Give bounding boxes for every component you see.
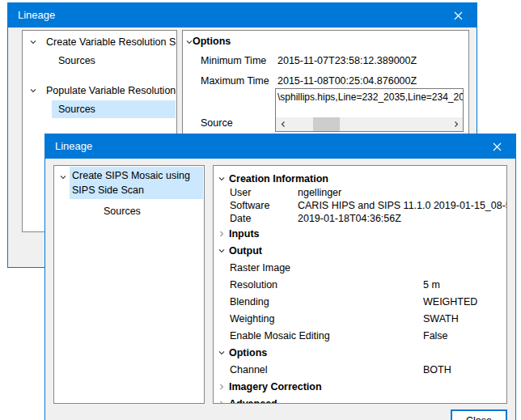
property-label: Blending — [214, 296, 269, 308]
property-value: ngellinger — [298, 187, 341, 198]
section-header-output[interactable]: Output — [214, 242, 506, 259]
property-label-source: Source — [201, 117, 233, 129]
section-header-imagery-correction[interactable]: Imagery Correction — [214, 378, 506, 395]
property-value: BOTH — [423, 364, 451, 375]
window-title: Lineage — [55, 140, 92, 152]
property-label: Resolution — [214, 279, 277, 291]
chevron-down-icon[interactable] — [218, 349, 226, 357]
chevron-down-icon[interactable] — [218, 247, 226, 255]
chevron-left-icon — [280, 121, 286, 128]
section-header-label: Options — [229, 347, 267, 358]
property-label: User — [214, 187, 251, 198]
window-title: Lineage — [18, 9, 55, 21]
property-row: Weighting SWATH — [214, 310, 506, 327]
property-row: Date 2019-01-18T04:36:56Z — [214, 212, 506, 225]
property-value: SWATH — [423, 313, 459, 325]
tree-item-label: Create SIPS Mosaic using SIPS Side Scan — [70, 167, 203, 199]
chevron-down-icon[interactable] — [218, 175, 226, 183]
desktop: Lineage Create Variable Resolution S... … — [0, 0, 521, 420]
chevron-right-icon[interactable] — [218, 400, 226, 405]
section-header-inputs[interactable]: Inputs — [214, 225, 506, 242]
property-value: False — [423, 330, 448, 342]
section-header-label: Imagery Correction — [229, 381, 322, 392]
property-value: 5 m — [423, 279, 440, 291]
chevron-right-icon[interactable] — [218, 383, 226, 391]
property-row: Software CARIS HIPS and SIPS 11.1.0 2019… — [214, 199, 506, 212]
tree-item-create-vr[interactable]: Create Variable Resolution S... — [23, 33, 176, 51]
property-label: Date — [214, 213, 251, 224]
tree-item-sources[interactable]: Sources — [54, 203, 204, 219]
close-icon — [454, 11, 463, 20]
property-row: Minimum Time 2015-11-07T23:58:12.389000Z — [183, 55, 468, 70]
section-header-creation-information[interactable]: Creation Information — [214, 171, 506, 186]
tree-item-label: Create Variable Resolution S... — [46, 36, 177, 48]
property-row: User ngellinger — [214, 186, 506, 199]
titlebar-back[interactable]: Lineage — [8, 3, 477, 28]
close-icon — [493, 142, 502, 151]
tree-item-label: Sources — [104, 206, 141, 217]
property-row: Blending WEIGHTED — [214, 293, 506, 310]
section-header-label: Options — [193, 36, 231, 47]
property-value: 2015-11-07T23:58:12.389000Z — [277, 55, 417, 66]
titlebar-front[interactable]: Lineage — [45, 134, 515, 159]
property-label: Channel — [214, 364, 268, 375]
property-label: Raster Image — [214, 262, 290, 274]
close-button[interactable] — [440, 3, 477, 28]
property-value: 2015-11-08T00:25:04.876000Z — [277, 75, 417, 87]
property-value: WEIGHTED — [423, 296, 477, 308]
tree-item-sources-2-selected[interactable]: Sources — [23, 100, 176, 118]
source-text[interactable]: \sphillips.hips,Line=232_2035,Line=234_2… — [276, 89, 463, 103]
chevron-right-icon[interactable] — [218, 230, 226, 238]
horizontal-scrollbar[interactable] — [276, 117, 463, 131]
tree-item-label: Populate Variable Resolution... — [46, 85, 177, 96]
property-label: Minimum Time — [201, 55, 266, 66]
section-header-advanced[interactable]: Advanced — [214, 395, 506, 404]
scroll-right-arrow[interactable] — [449, 117, 463, 131]
lineage-tree-pane-front: Create SIPS Mosaic using SIPS Side Scan … — [53, 165, 205, 404]
property-label: Enable Mosaic Editing — [214, 330, 330, 342]
tree-item-label: Sources — [52, 100, 176, 118]
scrollbar-thumb[interactable] — [313, 117, 340, 131]
source-textbox[interactable]: \sphillips.hips,Line=232_2035,Line=234_2… — [275, 88, 464, 132]
close-button[interactable] — [479, 134, 515, 159]
property-value: CARIS HIPS and SIPS 11.1.0 2019-01-15_08… — [298, 200, 507, 211]
section-header-label: Advanced — [229, 398, 277, 405]
property-label: Maximum Time — [201, 75, 269, 87]
chevron-down-icon[interactable] — [59, 173, 67, 181]
chevron-right-icon — [453, 121, 460, 128]
close-dialog-button[interactable]: Close — [451, 409, 507, 420]
section-header-label: Output — [229, 245, 262, 257]
property-row: Resolution 5 m — [214, 276, 506, 293]
tree-item-sources-1[interactable]: Sources — [23, 52, 176, 70]
tree-item-populate-vr[interactable]: Populate Variable Resolution... — [23, 82, 176, 100]
properties-list: Creation Information User ngellinger Sof… — [214, 166, 506, 403]
scroll-left-arrow[interactable] — [276, 117, 290, 131]
property-row: Raster Image — [214, 259, 506, 276]
tree-item-label: Sources — [58, 55, 95, 66]
property-value: 2019-01-18T04:36:56Z — [298, 213, 401, 224]
section-header-label: Inputs — [229, 228, 260, 240]
property-label: Weighting — [214, 313, 274, 325]
section-header-options[interactable]: Options — [214, 344, 506, 361]
property-label: Software — [214, 200, 269, 211]
property-row: Channel BOTH — [214, 361, 506, 378]
chevron-down-icon[interactable] — [29, 38, 37, 46]
tree-item-create-sips-mosaic-selected[interactable]: Create SIPS Mosaic using SIPS Side Scan — [54, 167, 204, 199]
chevron-down-icon[interactable] — [29, 87, 37, 95]
lineage-dialog-front: Lineage Create SIPS Mosaic using SIPS Si… — [44, 134, 516, 420]
section-header-label: Creation Information — [229, 173, 328, 185]
property-row: Enable Mosaic Editing False — [214, 327, 506, 344]
lineage-properties-pane-front: Creation Information User ngellinger Sof… — [213, 165, 507, 404]
